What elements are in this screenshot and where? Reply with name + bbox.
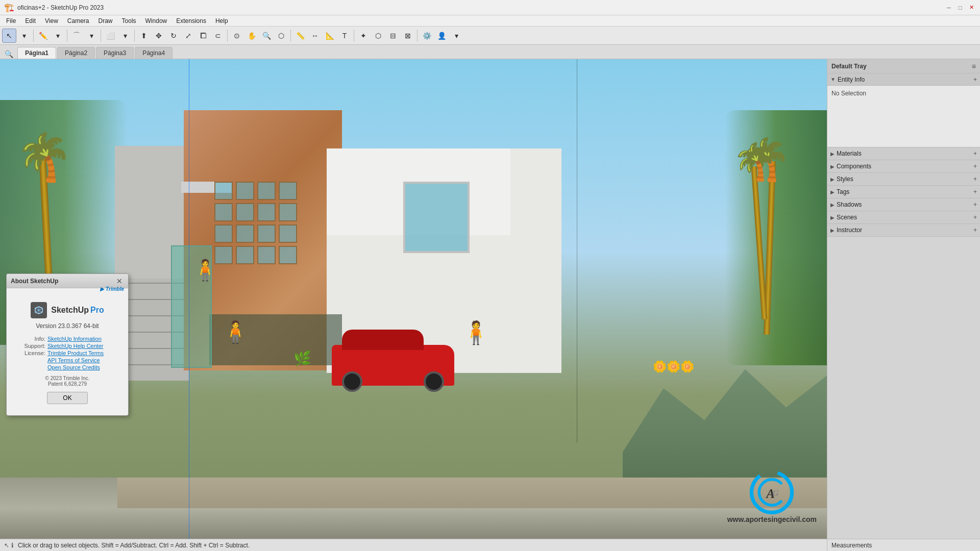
tape-measure-tool[interactable]: 📏 (293, 29, 307, 43)
wireframe-tool[interactable]: ⬡ (371, 29, 385, 43)
components-arrow: ▶ (830, 164, 835, 169)
about-title-text: About SketchUp (11, 278, 58, 285)
materials-expand-btn[interactable]: + (973, 150, 977, 157)
menu-tools[interactable]: Tools (118, 16, 140, 26)
about-opensource-row: Open Source Credits (15, 364, 120, 370)
menu-file[interactable]: File (2, 16, 20, 26)
maximize-button[interactable]: □ (955, 3, 965, 12)
entity-info-section: ▼ Entity Info + No Selection (827, 73, 980, 147)
materials-header[interactable]: ▶ Materials + (827, 147, 980, 160)
rotate-tool[interactable]: ↻ (166, 29, 181, 43)
menu-edit[interactable]: Edit (21, 16, 40, 26)
toolbar: ↖ ▾ ✏️ ▾ ⌒ ▾ ⬜ ▾ ⬆ ✥ ↻ ⤢ ⧠ ⊂ ⊙ ✋ 🔍 ⬡ 📏 ↔… (0, 27, 980, 45)
entity-info-header[interactable]: ▼ Entity Info + (827, 73, 980, 86)
tab-pagina1[interactable]: Página1 (17, 47, 56, 59)
scale-tool[interactable]: ⤢ (181, 29, 195, 43)
components-expand-btn[interactable]: + (973, 163, 977, 170)
text-tool[interactable]: T (337, 29, 352, 43)
api-terms-link[interactable]: API Terms of Service (47, 357, 100, 363)
title-bar-controls[interactable]: ─ □ ✕ (944, 3, 976, 12)
windows-grid (214, 182, 297, 264)
opensource-link[interactable]: Open Source Credits (47, 364, 100, 370)
window-cell (257, 203, 276, 221)
tab-pagina3[interactable]: Página3 (96, 47, 134, 59)
dimension-tool[interactable]: ↔ (308, 29, 322, 43)
move-tool[interactable]: ✥ (152, 29, 166, 43)
orbit-tool[interactable]: ⊙ (230, 29, 244, 43)
hidden-line-tool[interactable]: ⊟ (386, 29, 400, 43)
flowers: 🌼🌼🌼 (653, 360, 694, 373)
info-label: Info: (15, 336, 45, 342)
company-logo: A G (749, 469, 795, 515)
styles-expand-btn[interactable]: + (973, 176, 977, 183)
components-header[interactable]: ▶ Components + (827, 160, 980, 172)
product-terms-link[interactable]: Trimble Product Terms (47, 350, 104, 356)
shadows-header[interactable]: ▶ Shadows + (827, 198, 980, 211)
help-center-link[interactable]: SketchUp Help Center (47, 343, 103, 349)
materials-arrow: ▶ (830, 151, 835, 157)
push-pull-tool[interactable]: ⬆ (137, 29, 151, 43)
shadows-expand-btn[interactable]: + (973, 201, 977, 208)
shaded-tool[interactable]: ⊠ (401, 29, 415, 43)
x-ray-tool[interactable]: ✦ (356, 29, 371, 43)
styles-header[interactable]: ▶ Styles + (827, 173, 980, 185)
components-title: Components (837, 163, 871, 170)
toolbar-separator-8 (417, 30, 418, 42)
styles-arrow: ▶ (830, 177, 835, 182)
sketchup-info-link[interactable]: SketchUp Information (47, 336, 102, 342)
product-name-pro: Pro (90, 306, 104, 315)
tags-header[interactable]: ▶ Tags + (827, 186, 980, 198)
shapes-tool[interactable]: ⬜ (103, 29, 117, 43)
instructor-header[interactable]: ▶ Instructor + (827, 224, 980, 236)
zoom-window-tool[interactable]: ⬡ (274, 29, 288, 43)
copyright-text: © 2023 Trimble Inc. (15, 375, 120, 381)
panel-expand-button[interactable]: ≡ (972, 62, 976, 70)
tags-expand-btn[interactable]: + (973, 188, 977, 195)
window-cell (214, 203, 233, 221)
minimize-button[interactable]: ─ (944, 3, 953, 12)
arc-mode[interactable]: ▾ (84, 29, 99, 43)
menu-help[interactable]: Help (211, 16, 232, 26)
arc-tool[interactable]: ⌒ (69, 29, 84, 43)
tab-search-icon[interactable]: 🔍 (4, 49, 13, 59)
follow-me-tool[interactable]: ⊂ (211, 29, 225, 43)
menu-draw[interactable]: Draw (94, 16, 117, 26)
model-info-tool[interactable]: ⚙️ (420, 29, 434, 43)
app-icon: 🏗️ (4, 3, 14, 12)
car-wheel-rear (424, 371, 444, 392)
menu-view[interactable]: View (41, 16, 62, 26)
materials-title: Materials (837, 150, 862, 157)
pencil-tool[interactable]: ✏️ (36, 29, 50, 43)
scenes-header[interactable]: ▶ Scenes + (827, 211, 980, 223)
shapes-mode[interactable]: ▾ (118, 29, 132, 43)
pencil-mode[interactable]: ▾ (51, 29, 65, 43)
menu-window[interactable]: Window (141, 16, 172, 26)
pan-tool[interactable]: ✋ (244, 29, 259, 43)
tabs-bar: 🔍 Página1 Página2 Página3 Página4 (0, 45, 980, 59)
account-mode[interactable]: ▾ (449, 29, 463, 43)
menu-extensions[interactable]: Extensions (172, 16, 210, 26)
sketchup-icon (31, 302, 47, 318)
scenes-expand-btn[interactable]: + (973, 214, 977, 221)
viewport[interactable]: 🌴 🌴 🌴 🧍 🧍 🧍 🌿 🌼🌼🌼 (0, 59, 827, 539)
scenes-arrow: ▶ (830, 215, 835, 220)
about-ok-button[interactable]: OK (47, 392, 88, 404)
toolbar-separator-4 (134, 30, 135, 42)
close-button[interactable]: ✕ (967, 3, 976, 12)
toolbar-separator-1 (33, 30, 34, 42)
account-tool[interactable]: 👤 (434, 29, 449, 43)
instructor-expand-btn[interactable]: + (973, 227, 977, 234)
about-close-button[interactable]: ✕ (115, 277, 124, 286)
person-balcony: 🧍 (192, 258, 218, 282)
select-tool[interactable]: ↖ (2, 29, 16, 43)
about-info-row: Info: SketchUp Information (15, 336, 120, 342)
zoom-tool[interactable]: 🔍 (259, 29, 274, 43)
select-mode[interactable]: ▾ (17, 29, 31, 43)
menu-camera[interactable]: Camera (63, 16, 93, 26)
tab-pagina2[interactable]: Página2 (57, 47, 95, 59)
palm-crown-mid: 🌴 (732, 141, 777, 183)
offset-tool[interactable]: ⧠ (196, 29, 210, 43)
tab-pagina4[interactable]: Página4 (135, 47, 173, 59)
protractor-tool[interactable]: 📐 (323, 29, 337, 43)
entity-info-expand-btn[interactable]: + (973, 76, 977, 83)
